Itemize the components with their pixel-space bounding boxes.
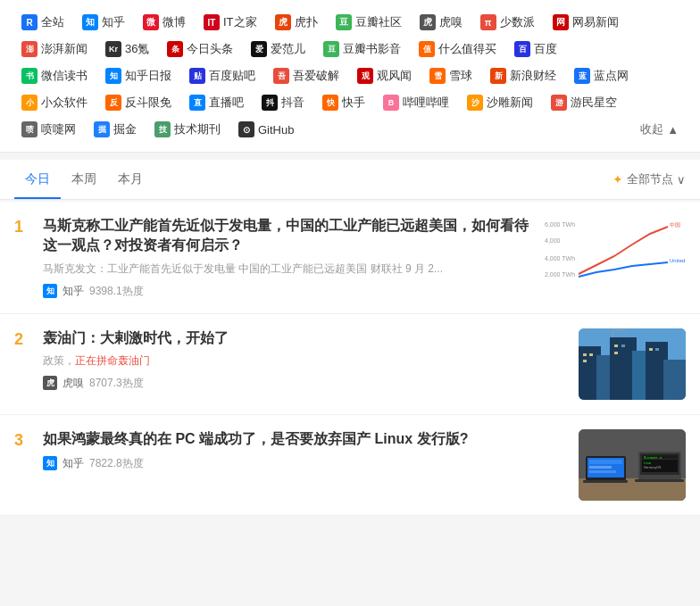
nav-itzhijia[interactable]: IT IT之家 (196, 11, 264, 34)
svg-rect-18 (614, 352, 618, 354)
hupupu-icon: 虎 (275, 14, 291, 30)
feed-title-2[interactable]: 轰油门：大剌激时代，开始了 (43, 328, 568, 348)
feed-image-2 (579, 328, 686, 400)
zhihu-icon: 知 (82, 14, 98, 30)
itzhijia-icon: IT (204, 14, 220, 30)
douban2-label: 豆瓣书影音 (343, 41, 401, 57)
feed-item-3: 3 如果鸿蒙最终真的在 PC 端成功了，是否要放弃国产 Linux 发行版? 知… (0, 415, 700, 516)
jikan-icon: 技 (154, 121, 171, 137)
feed-content-3: 如果鸿蒙最终真的在 PC 端成功了，是否要放弃国产 Linux 发行版? 知 知… (43, 429, 568, 471)
feed-subtitle-1: 马斯克发文：工业产能首先近似于发电量 中国的工业产能已远超美国 财联社 9 月 … (43, 261, 532, 277)
source-icon-1: 知 (43, 284, 57, 298)
feed-title-3[interactable]: 如果鸿蒙最终真的在 PC 端成功了，是否要放弃国产 Linux 发行版? (43, 429, 568, 449)
github-icon: ⊙ (238, 121, 254, 137)
feed-meta-2: 虎 虎嗅 8707.3热度 (43, 376, 568, 391)
nav-quanzhan[interactable]: R 全站 (14, 11, 71, 34)
jikan-label: 技术期刊 (174, 121, 221, 137)
svg-rect-20 (655, 348, 659, 351)
chevron-up-icon: ▲ (667, 123, 679, 137)
shadian-icon: 沙 (467, 95, 483, 111)
aifaner-icon: 爱 (251, 41, 267, 57)
nav-aifaner[interactable]: 爱 爱范儿 (244, 37, 312, 61)
tab-today[interactable]: 今日 (14, 160, 61, 199)
nav-hupupu[interactable]: 虎 虎扑 (268, 11, 325, 34)
nav-xiaozong[interactable]: 小 小众软件 (14, 91, 95, 114)
xinlang-icon: 新 (490, 68, 506, 84)
nav-toutiao[interactable]: 条 今日头条 (160, 37, 240, 61)
tab-month[interactable]: 本月 (107, 160, 154, 199)
nav-baidutie[interactable]: 贴 百度贴吧 (182, 64, 262, 87)
nav-shaopai[interactable]: π 少数派 (473, 11, 542, 34)
nav-36ke[interactable]: Kr 36氪 (98, 37, 156, 61)
zhihu-label: 知乎 (102, 14, 125, 30)
landian-icon: 蓝 (574, 68, 590, 84)
nav-weibo[interactable]: 微 微博 (136, 11, 193, 34)
shadian-label: 沙雕新闻 (487, 95, 533, 111)
source-name-3: 知乎 (62, 456, 84, 471)
heat-1: 9398.1热度 (89, 284, 144, 299)
huxiu-icon: 虎 (420, 14, 436, 30)
tab-week[interactable]: 本周 (61, 160, 107, 199)
nav-github[interactable]: ⊙ GitHub (231, 118, 301, 141)
nav-wangyi[interactable]: 网 网易新闻 (546, 11, 626, 34)
svg-rect-28 (589, 460, 622, 464)
svg-text:4,000 TWh: 4,000 TWh (545, 255, 575, 261)
chart-area-1: 6,000 TWh 4,000 4,000 TWh 2,000 TWh 中国 U… (543, 216, 686, 287)
bilibili-label: 哔哩哔哩 (403, 95, 449, 111)
nav-baidu[interactable]: 百 百度 (507, 37, 564, 61)
source-name-2: 虎嗅 (62, 376, 84, 391)
sparkle-icon: ✦ (612, 172, 623, 187)
nav-douyin[interactable]: 抖 抖音 (254, 91, 312, 114)
nav-pengpai[interactable]: 澎 澎湃新闻 (14, 37, 95, 61)
nav-panel: R 全站 知 知乎 微 微博 IT IT之家 虎 虎扑 豆 豆瓣社区 虎 虎嗅 … (0, 0, 700, 153)
nav-landian[interactable]: 蓝 蓝点网 (567, 64, 636, 87)
36ke-icon: Kr (105, 41, 121, 57)
collapse-button[interactable]: 收起 ▲ (633, 118, 686, 141)
toutiao-icon: 条 (167, 41, 183, 57)
nav-xueqiu[interactable]: 雪 雪球 (422, 64, 479, 87)
nav-youxi[interactable]: 游 游民星空 (544, 91, 624, 114)
feed-subtitle-highlight-2: 正在拼命轰油门 (75, 354, 150, 367)
pen-icon: 喷 (21, 121, 38, 137)
xueqiu-icon: 雪 (429, 68, 446, 84)
quanzhan-label: 全站 (41, 14, 64, 30)
feed-number-1: 1 (14, 216, 32, 237)
youxi-icon: 游 (551, 95, 567, 111)
nav-xinlang[interactable]: 新 新浪财经 (483, 64, 563, 87)
nav-juejin[interactable]: 掘 掘金 (87, 118, 144, 141)
douban2-icon: 豆 (323, 41, 339, 57)
nav-guanfeng[interactable]: 观 观风闻 (350, 64, 419, 87)
nav-jikan[interactable]: 技 技术期刊 (147, 118, 228, 141)
nav-woai[interactable]: 吾 吾爱破解 (266, 64, 346, 87)
woai-label: 吾爱破解 (293, 68, 339, 84)
youxi-label: 游民星空 (571, 95, 617, 111)
nav-huxiu[interactable]: 虎 虎嗅 (412, 11, 470, 34)
huxiu-label: 虎嗅 (439, 14, 462, 30)
zhibo-label: 直播吧 (209, 95, 244, 111)
chevron-down-icon: ∨ (677, 173, 686, 187)
nav-row-3: 书 微信读书 知 知乎日报 贴 百度贴吧 吾 吾爱破解 观 观风闻 雪 雪球 新… (14, 64, 686, 87)
pengpai-icon: 澎 (21, 41, 38, 57)
svg-rect-29 (589, 466, 612, 469)
baidu-label: 百度 (534, 41, 557, 57)
tab-section: 今日 本周 本月 ✦ 全部节点 ∨ (0, 160, 700, 200)
svg-rect-27 (583, 480, 628, 483)
landian-label: 蓝点网 (594, 68, 629, 84)
nav-fandou[interactable]: 反 反斗限免 (98, 91, 179, 114)
heat-3: 7822.8热度 (89, 456, 144, 471)
nav-wechat[interactable]: 书 微信读书 (14, 64, 95, 87)
feed-title-1[interactable]: 马斯克称工业产能首先近似于发电量，中国的工业产能已远超美国，如何看待这一观点？对… (43, 216, 532, 256)
nav-bilibili[interactable]: B 哔哩哔哩 (376, 91, 456, 114)
all-nodes-button[interactable]: ✦ 全部节点 ∨ (612, 171, 686, 187)
nav-pen[interactable]: 喷 喷嚏网 (14, 118, 83, 141)
nav-zhihuri[interactable]: 知 知乎日报 (98, 64, 179, 87)
nav-zhidemai[interactable]: 值 什么值得买 (412, 37, 504, 61)
nav-shadian[interactable]: 沙 沙雕新闻 (460, 91, 540, 114)
nav-zhibo[interactable]: 直 直播吧 (182, 91, 251, 114)
nav-kuaishou[interactable]: 快 快手 (315, 91, 372, 114)
wechat-icon: 书 (21, 68, 38, 84)
shaopai-icon: π (480, 14, 496, 30)
nav-zhihu[interactable]: 知 知乎 (75, 11, 132, 34)
nav-douban2[interactable]: 豆 豆瓣书影音 (316, 37, 408, 61)
nav-douban[interactable]: 豆 豆瓣社区 (329, 11, 409, 34)
